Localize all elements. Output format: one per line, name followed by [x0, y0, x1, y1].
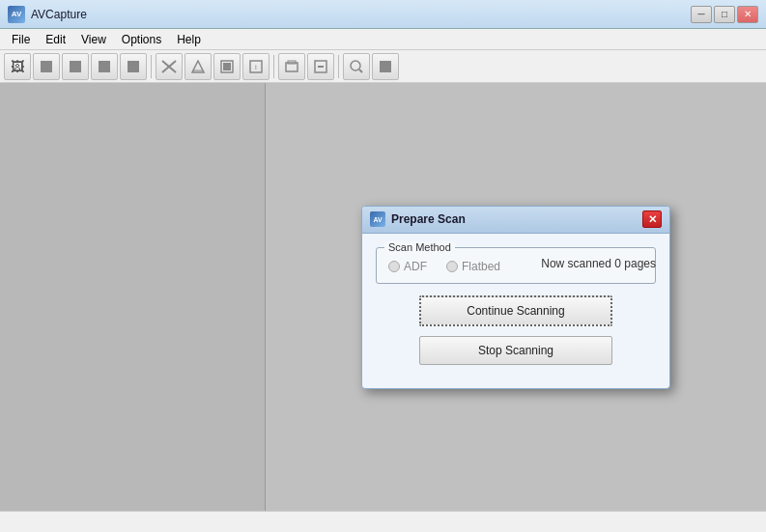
toolbar-btn-1[interactable]	[33, 53, 60, 80]
main-area: AV Prepare Scan ✕ Scan Method	[0, 83, 766, 511]
modal-overlay: AV Prepare Scan ✕ Scan Method	[266, 83, 766, 511]
close-button[interactable]: ✕	[737, 6, 758, 23]
menu-file[interactable]: File	[4, 31, 38, 48]
toolbar-separator-2	[273, 55, 274, 78]
radio-adf-circle	[388, 261, 400, 272]
svg-text:i: i	[255, 63, 257, 71]
dialog-body: Scan Method ADF Flatbed	[362, 234, 669, 388]
svg-point-15	[351, 61, 360, 70]
menu-view[interactable]: View	[73, 31, 114, 48]
toolbar-btn-8[interactable]: i	[242, 53, 270, 80]
left-panel	[0, 83, 266, 511]
radio-flatbed[interactable]: Flatbed	[446, 260, 500, 273]
toolbar-btn-10[interactable]	[307, 53, 334, 80]
dialog-close-button[interactable]: ✕	[642, 210, 662, 228]
continue-scanning-button[interactable]: Continue Scanning	[419, 295, 612, 326]
toolbar-btn-4[interactable]	[120, 53, 147, 80]
dialog-icon: AV	[370, 211, 385, 227]
scanned-info: Now scanned 0 pages	[541, 257, 656, 270]
menu-bar: File Edit View Options Help	[0, 29, 766, 50]
prepare-scan-dialog: AV Prepare Scan ✕ Scan Method	[361, 206, 670, 389]
svg-rect-0	[41, 61, 52, 72]
toolbar-btn-5[interactable]	[156, 53, 183, 80]
dialog-title: Prepare Scan	[391, 212, 642, 226]
window-controls: ─ □ ✕	[691, 6, 758, 23]
svg-rect-17	[380, 61, 391, 72]
svg-rect-8	[223, 63, 231, 70]
app-icon: AV	[8, 6, 25, 23]
toolbar-btn-7[interactable]	[213, 53, 241, 80]
svg-rect-1	[70, 61, 81, 72]
dialog-title-bar: AV Prepare Scan ✕	[362, 207, 669, 234]
title-bar: AV AVCapture ─ □ ✕	[0, 0, 766, 29]
toolbar-separator-1	[151, 55, 152, 78]
radio-adf[interactable]: ADF	[388, 260, 427, 273]
app-title: AVCapture	[31, 8, 691, 21]
scan-method-legend: Scan Method	[384, 241, 455, 253]
svg-rect-2	[99, 61, 110, 72]
menu-options[interactable]: Options	[114, 31, 169, 48]
menu-help[interactable]: Help	[169, 31, 209, 48]
status-bar	[0, 511, 766, 532]
minimize-button[interactable]: ─	[691, 6, 712, 23]
toolbar-btn-9[interactable]	[278, 53, 305, 80]
toolbar-separator-3	[338, 55, 339, 78]
toolbar-btn-11[interactable]	[343, 53, 370, 80]
toolbar-btn-12[interactable]	[372, 53, 399, 80]
toolbar: 🖼 i	[0, 50, 766, 83]
svg-rect-3	[128, 61, 139, 72]
right-panel: AV Prepare Scan ✕ Scan Method	[266, 83, 766, 511]
toolbar-btn-2[interactable]	[62, 53, 89, 80]
menu-edit[interactable]: Edit	[38, 31, 73, 48]
toolbar-btn-0[interactable]: 🖼	[4, 53, 31, 80]
toolbar-btn-3[interactable]	[91, 53, 118, 80]
radio-flatbed-circle	[446, 261, 458, 272]
toolbar-btn-6[interactable]	[184, 53, 212, 80]
svg-line-16	[359, 70, 362, 72]
stop-scanning-button[interactable]: Stop Scanning	[419, 336, 612, 365]
maximize-button[interactable]: □	[714, 6, 735, 23]
